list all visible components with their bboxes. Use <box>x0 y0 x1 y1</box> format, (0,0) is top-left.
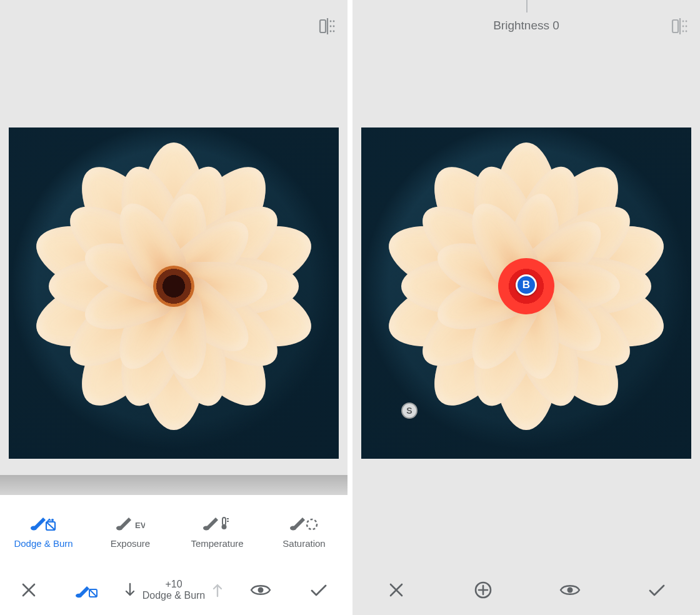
svg-point-26 <box>686 21 688 22</box>
svg-text:EV: EV <box>135 521 145 530</box>
brush-temperature-icon <box>202 512 232 532</box>
selective-point-inactive[interactable]: S <box>401 402 418 419</box>
eye-icon <box>559 583 581 597</box>
svg-point-25 <box>682 21 684 22</box>
apply-button[interactable] <box>613 565 700 615</box>
brush-tool-row: Dodge & Burn EV Exposure <box>0 495 348 565</box>
right-pane: Brightness 0 B S <box>352 0 700 615</box>
brush-dodge-icon <box>75 581 99 599</box>
close-icon <box>388 582 404 598</box>
svg-point-19 <box>307 519 317 529</box>
tool-label: Temperature <box>191 538 243 549</box>
compare-button[interactable] <box>314 12 341 40</box>
svg-point-10 <box>51 519 54 521</box>
svg-point-27 <box>682 26 684 28</box>
arrow-down-icon <box>124 581 136 599</box>
svg-rect-14 <box>222 518 226 525</box>
svg-point-22 <box>258 588 264 593</box>
active-brush-button[interactable] <box>58 565 116 615</box>
svg-point-13 <box>203 526 209 530</box>
left-topbar <box>0 0 348 51</box>
arrow-up-icon <box>211 581 224 599</box>
svg-point-7 <box>333 31 335 32</box>
svg-rect-0 <box>320 20 326 32</box>
cancel-button[interactable] <box>0 565 58 615</box>
cancel-button[interactable] <box>352 565 439 615</box>
svg-point-29 <box>682 31 684 32</box>
svg-point-2 <box>330 21 332 22</box>
close-icon <box>21 582 37 598</box>
eye-icon <box>250 583 271 597</box>
pane-divider <box>348 0 352 615</box>
svg-point-28 <box>686 26 688 28</box>
adjust-stepper: +10 Dodge & Burn <box>116 565 231 615</box>
left-pane: Dodge & Burn EV Exposure <box>0 0 348 615</box>
tool-dodge-burn[interactable]: Dodge & Burn <box>0 495 87 565</box>
compare-icon <box>671 18 689 34</box>
svg-point-20 <box>76 594 82 598</box>
adjust-label: Dodge & Burn <box>142 590 206 601</box>
selective-point-active[interactable]: B <box>516 274 537 296</box>
preview-button[interactable] <box>526 565 613 615</box>
left-bottombar: +10 Dodge & Burn <box>0 565 348 615</box>
svg-point-8 <box>31 526 37 530</box>
preview-button[interactable] <box>232 565 290 615</box>
svg-point-6 <box>330 31 332 32</box>
decrease-button[interactable] <box>124 581 136 599</box>
check-icon <box>309 582 328 598</box>
brush-saturation-icon <box>289 512 319 532</box>
add-point-button[interactable] <box>439 565 526 615</box>
apply-button[interactable] <box>289 565 348 615</box>
tool-label: Dodge & Burn <box>14 538 72 549</box>
photo-canvas[interactable]: B S <box>361 128 691 459</box>
svg-point-5 <box>333 26 335 28</box>
increase-button[interactable] <box>211 581 224 599</box>
check-icon <box>648 582 666 598</box>
svg-rect-23 <box>672 20 678 32</box>
svg-point-30 <box>686 31 688 32</box>
svg-point-15 <box>221 524 226 529</box>
svg-point-11 <box>116 526 122 530</box>
svg-point-3 <box>333 21 335 22</box>
tool-exposure[interactable]: EV Exposure <box>87 495 174 565</box>
tool-label: Exposure <box>111 538 150 549</box>
svg-point-32 <box>567 588 572 593</box>
tool-saturation[interactable]: Saturation <box>261 495 348 565</box>
right-topbar: Brightness 0 <box>352 0 700 51</box>
brush-exposure-icon: EV <box>116 512 146 532</box>
photo-canvas[interactable] <box>9 128 339 459</box>
tool-temperature[interactable]: Temperature <box>174 495 261 565</box>
right-bottombar <box>352 565 700 615</box>
compare-button[interactable] <box>666 12 694 40</box>
add-circle-icon <box>474 581 492 599</box>
adjust-readout: +10 Dodge & Burn <box>142 579 206 602</box>
tool-label: Saturation <box>282 538 325 549</box>
parameter-title: Brightness 0 <box>352 19 700 32</box>
adjust-value: +10 <box>142 579 206 590</box>
compare-icon <box>319 18 336 34</box>
svg-point-18 <box>290 526 296 530</box>
svg-point-4 <box>330 26 332 28</box>
brush-dodge-icon <box>29 512 59 532</box>
